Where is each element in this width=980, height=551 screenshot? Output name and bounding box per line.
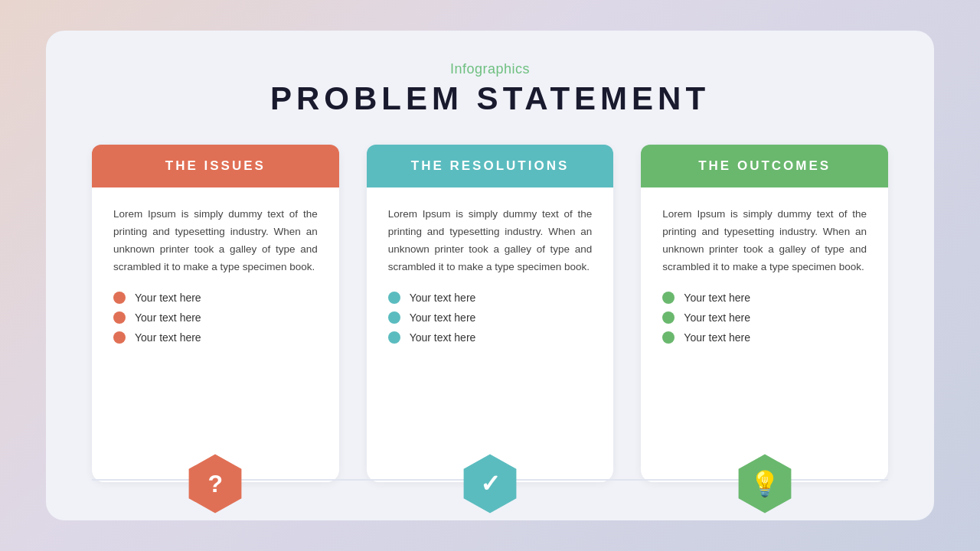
outcomes-bullet-3: Your text here: [662, 331, 867, 344]
issues-dot-2: [113, 311, 126, 324]
resolutions-bullet-text-3: Your text here: [410, 331, 476, 344]
outcomes-dot-3: [662, 331, 675, 344]
resolutions-card-body: Lorem Ipsum is simply dummy text of the …: [367, 187, 614, 482]
resolutions-dot-2: [388, 311, 400, 324]
issues-card-body: Lorem Ipsum is simply dummy text of the …: [92, 187, 339, 482]
check-icon: ✓: [480, 471, 501, 496]
resolutions-card-header: THE RESOLUTIONS: [367, 145, 614, 187]
issues-bullet-2: Your text here: [113, 311, 318, 324]
issues-bullet-text-1: Your text here: [135, 292, 201, 304]
resolutions-dot-1: [388, 292, 400, 304]
resolutions-bullet-text-1: Your text here: [410, 292, 476, 304]
outcomes-icon: 💡: [734, 453, 795, 514]
resolutions-card: THE RESOLUTIONS Lorem Ipsum is simply du…: [367, 145, 614, 482]
issues-hexagon: ?: [185, 453, 246, 514]
issues-bullet-3: Your text here: [113, 331, 318, 344]
lightbulb-icon: 💡: [750, 471, 780, 496]
issues-description: Lorem Ipsum is simply dummy text of the …: [113, 206, 318, 276]
resolutions-bullet-list: Your text here Your text here Your text …: [388, 292, 593, 344]
header-subtitle: Infographics: [270, 61, 710, 77]
resolutions-bullet-1: Your text here: [388, 292, 593, 304]
outcomes-description: Lorem Ipsum is simply dummy text of the …: [662, 206, 867, 276]
cards-row: THE ISSUES Lorem Ipsum is simply dummy t…: [92, 145, 888, 482]
outcomes-bullet-list: Your text here Your text here Your text …: [662, 292, 867, 344]
resolutions-dot-3: [388, 331, 400, 344]
outcomes-card-title: THE OUTCOMES: [656, 158, 873, 174]
header-title: PROBLEM STATEMENT: [270, 80, 710, 117]
issues-icon: ?: [185, 453, 246, 514]
issues-card-header: THE ISSUES: [92, 145, 339, 187]
issues-bullet-1: Your text here: [113, 292, 318, 304]
issues-bullet-list: Your text here Your text here Your text …: [113, 292, 318, 344]
resolutions-icon: ✓: [459, 453, 521, 514]
outcomes-card-body: Lorem Ipsum is simply dummy text of the …: [641, 187, 888, 482]
outcomes-dot-1: [662, 292, 675, 304]
issues-bullet-text-2: Your text here: [135, 311, 201, 324]
resolutions-description: Lorem Ipsum is simply dummy text of the …: [388, 206, 593, 276]
issues-dot-1: [113, 292, 126, 304]
outcomes-hexagon: 💡: [734, 453, 795, 514]
resolutions-bullet-3: Your text here: [388, 331, 593, 344]
slide-header: Infographics PROBLEM STATEMENT: [270, 61, 710, 117]
issues-card: THE ISSUES Lorem Ipsum is simply dummy t…: [92, 145, 339, 482]
outcomes-bullet-text-3: Your text here: [684, 331, 750, 344]
question-icon: ?: [208, 471, 224, 496]
resolutions-hexagon: ✓: [459, 453, 521, 514]
outcomes-card-header: THE OUTCOMES: [641, 145, 888, 187]
outcomes-dot-2: [662, 311, 675, 324]
slide-container: Infographics PROBLEM STATEMENT THE ISSUE…: [46, 31, 934, 520]
outcomes-bullet-2: Your text here: [662, 311, 867, 324]
issues-card-title: THE ISSUES: [107, 158, 324, 174]
outcomes-bullet-1: Your text here: [662, 292, 867, 304]
resolutions-card-title: THE RESOLUTIONS: [382, 158, 599, 174]
issues-bullet-text-3: Your text here: [135, 331, 201, 344]
outcomes-bullet-text-1: Your text here: [684, 292, 750, 304]
resolutions-bullet-2: Your text here: [388, 311, 593, 324]
outcomes-bullet-text-2: Your text here: [684, 311, 750, 324]
outcomes-card: THE OUTCOMES Lorem Ipsum is simply dummy…: [641, 145, 888, 482]
resolutions-bullet-text-2: Your text here: [410, 311, 476, 324]
issues-dot-3: [113, 331, 126, 344]
